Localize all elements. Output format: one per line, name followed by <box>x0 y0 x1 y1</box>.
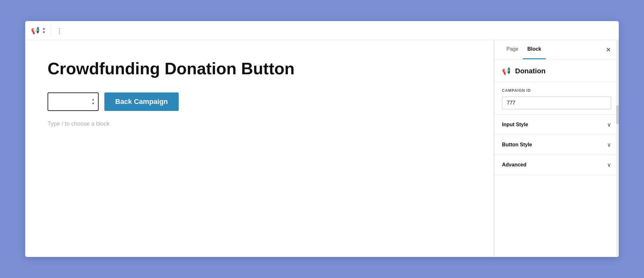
arrow-up-icon[interactable]: ▲ <box>42 27 46 30</box>
arrow-down-icon[interactable]: ▼ <box>42 31 46 34</box>
campaign-id-section: CAMPAIGN ID <box>494 82 619 115</box>
toolbar-divider <box>51 25 51 36</box>
button-style-label: Button Style <box>502 142 532 148</box>
advanced-collapse[interactable]: Advanced ∨ <box>494 155 619 175</box>
tab-page[interactable]: Page <box>502 40 523 59</box>
block-mover[interactable]: ▲ ▼ <box>42 27 46 34</box>
block-controls: ▲ ▼ Back Campaign <box>48 92 471 111</box>
sidebar: Page Block ✕ 📢 Donation CAMPAIGN ID Inpu… <box>494 40 619 257</box>
sidebar-block-name: Donation <box>515 67 545 75</box>
app-window: 📢 ▲ ▼ ⋮ Crowdfunding Donation Button ▲ ▼… <box>25 21 619 257</box>
scrollbar-thumb[interactable] <box>616 105 619 124</box>
button-style-collapse[interactable]: Button Style ∨ <box>494 135 619 155</box>
input-style-collapse[interactable]: Input Style ∨ <box>494 115 619 135</box>
editor-area: Crowdfunding Donation Button ▲ ▼ Back Ca… <box>25 40 494 257</box>
sidebar-header: Page Block ✕ <box>494 40 619 59</box>
advanced-chevron-icon: ∨ <box>607 161 611 168</box>
campaign-id-label: CAMPAIGN ID <box>502 88 611 93</box>
sidebar-body: 📢 Donation CAMPAIGN ID Input Style ∨ But… <box>494 59 619 257</box>
tab-block[interactable]: Block <box>523 40 546 59</box>
advanced-label: Advanced <box>502 162 526 168</box>
sidebar-block-title-row: 📢 Donation <box>494 59 619 82</box>
amount-input-wrapper[interactable]: ▲ ▼ <box>48 92 99 111</box>
back-campaign-button[interactable]: Back Campaign <box>104 92 179 111</box>
input-style-label: Input Style <box>502 122 528 128</box>
input-style-chevron-icon: ∨ <box>607 121 611 128</box>
block-hint: Type / to choose a block <box>48 121 471 127</box>
scrollbar-track <box>616 40 619 257</box>
sidebar-megaphone-icon: 📢 <box>502 67 511 75</box>
close-button[interactable]: ✕ <box>606 46 611 54</box>
amount-spinners[interactable]: ▲ ▼ <box>92 98 95 105</box>
button-style-chevron-icon: ∨ <box>607 141 611 148</box>
block-title: Crowdfunding Donation Button <box>48 59 471 78</box>
spin-down-icon[interactable]: ▼ <box>92 102 95 105</box>
more-options-icon[interactable]: ⋮ <box>56 27 63 34</box>
main-area: Crowdfunding Donation Button ▲ ▼ Back Ca… <box>25 40 619 257</box>
amount-input[interactable] <box>51 98 83 105</box>
megaphone-icon: 📢 <box>31 26 40 35</box>
toolbar: 📢 ▲ ▼ ⋮ <box>25 21 619 40</box>
spin-up-icon[interactable]: ▲ <box>92 98 95 101</box>
campaign-id-input[interactable] <box>502 97 611 109</box>
